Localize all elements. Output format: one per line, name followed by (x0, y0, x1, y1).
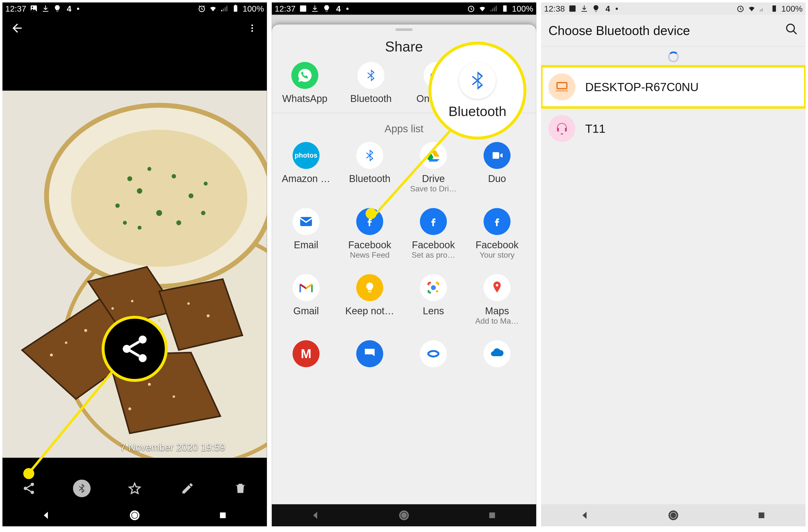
svg-rect-46 (300, 5, 306, 12)
favorite-button[interactable] (126, 479, 144, 497)
signal-icon (759, 4, 767, 13)
apps-grid-overflow: M (272, 341, 536, 372)
callout-bluetooth: Bluetooth (428, 42, 527, 140)
svg-point-35 (104, 378, 106, 381)
nav-home[interactable] (397, 508, 411, 522)
app-lens[interactable]: Lens (404, 274, 463, 326)
callout-label: Bluetooth (448, 103, 507, 119)
share-whatsapp[interactable]: WhatsApp (275, 62, 334, 104)
photo-notif-icon (299, 4, 308, 13)
svg-rect-63 (557, 82, 567, 89)
svg-point-41 (123, 345, 131, 353)
status-bar: 12:38 4 • 100% (541, 2, 806, 15)
edit-button[interactable] (179, 479, 197, 497)
channel4-icon: 4 (65, 4, 73, 13)
svg-point-28 (131, 300, 133, 302)
svg-point-21 (138, 226, 142, 230)
nav-recents[interactable] (755, 508, 768, 522)
battery-pct: 100% (512, 4, 533, 13)
share-bluetooth[interactable]: Bluetooth (342, 62, 401, 104)
nav-recents[interactable] (485, 508, 499, 522)
search-button[interactable] (785, 22, 798, 39)
svg-point-37 (24, 487, 27, 490)
laptop-icon (548, 73, 575, 100)
source-watermark: RUTAB.NET (4, 3, 23, 7)
svg-point-26 (84, 329, 87, 332)
download-icon (311, 4, 319, 13)
more-dots-icon: • (616, 4, 618, 13)
svg-point-40 (139, 336, 147, 344)
app-row5-b[interactable] (341, 341, 399, 372)
callout-dot (23, 468, 34, 479)
svg-point-11 (71, 130, 247, 267)
app-facebook[interactable]: FacebookYour story (467, 208, 527, 260)
svg-point-17 (115, 203, 120, 208)
app-row5-c[interactable] (404, 341, 463, 372)
wifi-icon (748, 4, 756, 13)
alarm-icon (467, 4, 475, 13)
delete-button[interactable] (232, 479, 249, 497)
app-maps[interactable]: MapsAdd to Ma… (467, 274, 527, 326)
svg-point-33 (173, 395, 175, 398)
wifi-icon (478, 4, 486, 13)
svg-point-42 (139, 354, 147, 362)
scanning-spinner (541, 52, 806, 62)
svg-point-36 (31, 483, 34, 486)
alarm-icon (198, 4, 206, 13)
device-name: DESKTOP-R67C0NU (585, 80, 699, 94)
svg-rect-4 (235, 5, 236, 5)
back-button[interactable] (10, 21, 25, 35)
photo-content[interactable]: 7 November 2020 19:59 (2, 91, 267, 458)
device-row-desktop[interactable]: DESKTOP-R67C0NU (541, 66, 806, 108)
svg-rect-58 (489, 513, 495, 518)
battery-icon (231, 4, 240, 13)
svg-point-53 (436, 290, 438, 293)
share-button[interactable] (20, 479, 38, 497)
status-bar: 12:37 4 • 100% (2, 2, 267, 15)
svg-point-16 (156, 210, 162, 216)
app-email[interactable]: Email (277, 208, 335, 260)
svg-point-34 (128, 407, 131, 410)
overflow-menu[interactable] (245, 21, 260, 35)
app-duo[interactable]: Duo (467, 142, 527, 193)
nav-home[interactable] (667, 508, 680, 522)
svg-point-20 (177, 220, 181, 225)
photo-notif-icon (568, 4, 577, 13)
nav-recents[interactable] (216, 508, 230, 522)
app-row5-a[interactable]: M (277, 341, 335, 372)
svg-line-55 (372, 125, 456, 218)
callout-dot (366, 208, 377, 219)
channel4-icon: 4 (604, 4, 612, 13)
device-name: T11 (585, 122, 606, 135)
bluetooth-icon (459, 62, 496, 99)
device-row-t11[interactable]: T11 (541, 108, 806, 149)
app-gmail[interactable]: Gmail (277, 274, 335, 326)
phone-photo-viewer: RUTAB.NET 12:37 4 • 100% (2, 2, 267, 526)
svg-point-13 (137, 188, 142, 194)
svg-rect-3 (234, 5, 237, 12)
page-title: Choose Bluetooth device (548, 23, 690, 38)
photo-toolbar (2, 472, 267, 504)
svg-rect-61 (773, 5, 776, 12)
sheet-grabber[interactable] (396, 28, 412, 31)
app-keepnot[interactable]: Keep not… (341, 274, 399, 326)
clock: 12:37 (275, 4, 296, 13)
system-nav (2, 505, 267, 526)
photo-timestamp: 7 November 2020 19:59 (120, 442, 225, 453)
nav-home[interactable] (128, 508, 142, 522)
nav-back[interactable] (579, 508, 592, 522)
svg-point-22 (123, 221, 127, 225)
svg-rect-59 (569, 5, 575, 12)
svg-point-27 (111, 307, 114, 310)
nav-back[interactable] (40, 508, 53, 522)
svg-point-52 (431, 285, 436, 290)
nav-back[interactable] (309, 508, 323, 522)
app-amazon[interactable]: photosAmazon … (277, 142, 335, 193)
svg-point-29 (158, 319, 161, 322)
svg-point-44 (132, 513, 137, 517)
clock: 12:38 (544, 4, 565, 13)
signal-icon (490, 4, 498, 13)
bluetooth-button[interactable] (73, 479, 91, 497)
app-row5-d[interactable] (467, 341, 527, 372)
status-bar: 12:37 4 • 100% (272, 2, 536, 15)
